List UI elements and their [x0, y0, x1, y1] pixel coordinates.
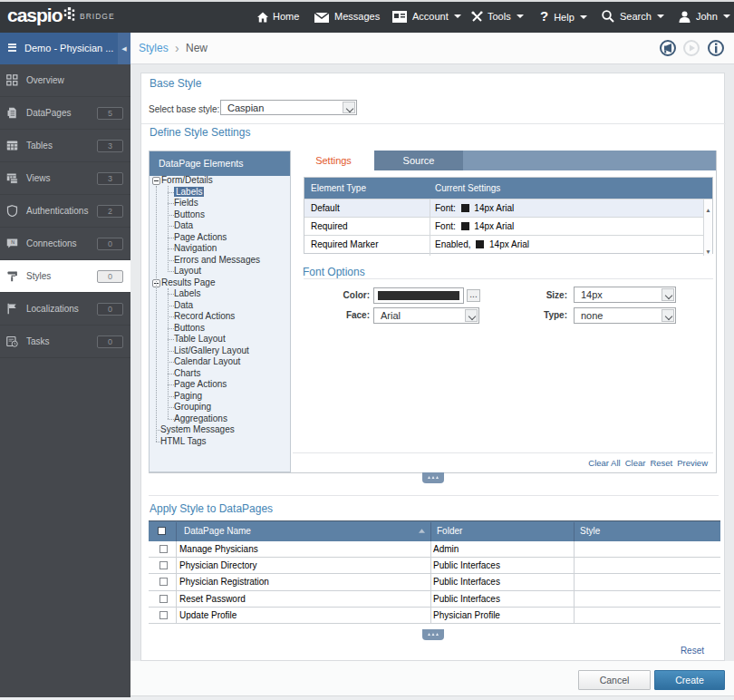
- svg-text:N: N: [11, 239, 14, 245]
